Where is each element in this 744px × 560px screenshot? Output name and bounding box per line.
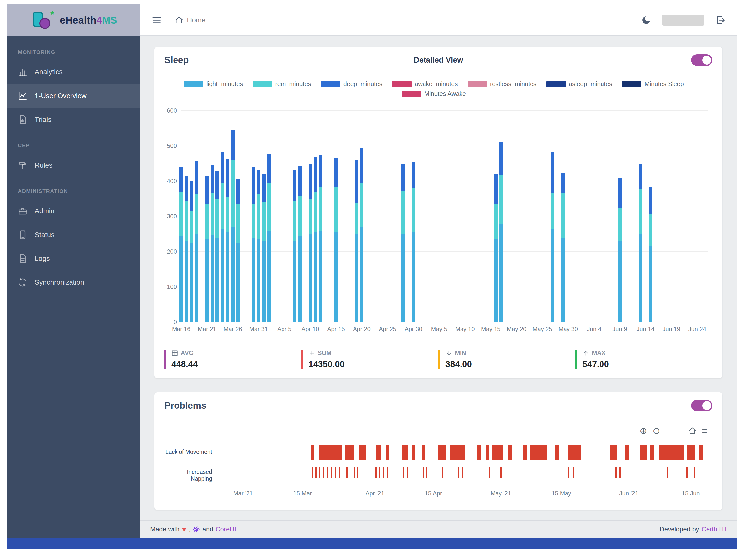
problem-interval[interactable] [640,445,647,460]
moon-icon[interactable] [641,15,651,25]
sleep-bar[interactable] [355,160,359,322]
sleep-bar[interactable] [412,162,415,322]
problem-tick[interactable] [489,468,490,478]
problem-tick[interactable] [387,468,388,478]
problem-interval[interactable] [699,445,703,460]
legend-item[interactable]: Minutes Sleep [622,80,684,88]
problem-tick[interactable] [616,468,617,478]
problem-tick[interactable] [335,468,336,478]
problem-interval[interactable] [402,445,408,460]
sidebar-item-synchronization[interactable]: Synchronization [7,270,140,294]
problem-tick[interactable] [458,468,459,478]
sleep-bar[interactable] [195,161,198,322]
problem-tick[interactable] [327,468,328,478]
problem-interval[interactable] [421,445,425,460]
problem-tick[interactable] [357,468,358,478]
sleep-bar[interactable] [293,170,296,322]
sleep-bar[interactable] [267,154,270,322]
sleep-bar[interactable] [221,152,224,322]
sleep-bar[interactable] [226,159,229,322]
legend-item[interactable]: awake_minutes [392,80,458,88]
coreui-link[interactable]: CoreUI [216,525,236,533]
problem-interval[interactable] [687,445,695,460]
legend-item[interactable]: light_minutes [184,80,243,88]
sleep-bar[interactable] [308,163,312,322]
problem-interval[interactable] [486,445,489,460]
problem-interval[interactable] [376,445,381,460]
legend-item[interactable]: restless_minutes [468,80,537,88]
problem-tick[interactable] [375,468,377,478]
problem-tick[interactable] [500,468,502,478]
sleep-bar[interactable] [236,180,240,322]
sidebar-item-status[interactable]: Status [7,223,140,247]
problem-interval[interactable] [386,445,389,460]
problem-tick[interactable] [354,468,355,478]
problem-interval[interactable] [438,445,446,460]
problem-tick[interactable] [323,468,325,478]
problem-interval[interactable] [530,445,547,460]
problem-tick[interactable] [403,468,404,478]
sleep-bar[interactable] [401,164,405,322]
sleep-bar[interactable] [298,166,302,322]
sleep-bar[interactable] [313,157,317,322]
sleep-bar[interactable] [190,181,193,322]
reset-home-icon[interactable] [689,427,696,435]
problem-tick[interactable] [383,468,384,478]
problem-interval[interactable] [610,445,617,460]
problem-interval[interactable] [555,445,559,460]
sleep-bar[interactable] [551,152,554,322]
legend-item[interactable]: deep_minutes [321,80,382,88]
problem-interval[interactable] [568,445,581,460]
problems-toggle[interactable] [691,400,712,411]
logout-icon[interactable] [715,15,726,25]
sleep-bar[interactable] [649,187,653,322]
problem-tick[interactable] [422,468,424,478]
problem-tick[interactable] [331,468,332,478]
problem-interval[interactable] [508,445,512,460]
problem-tick[interactable] [407,468,408,478]
sleep-bar[interactable] [499,142,503,322]
menu-icon[interactable]: ≡ [702,426,707,436]
problem-tick[interactable] [686,468,687,478]
problem-tick[interactable] [667,468,668,478]
sleep-toggle[interactable] [691,54,712,66]
sidebar-item-trials[interactable]: Trials [7,108,140,132]
sleep-bar[interactable] [494,174,498,322]
problem-interval[interactable] [319,445,342,460]
problem-interval[interactable] [477,445,481,460]
problem-tick[interactable] [462,468,463,478]
problem-tick[interactable] [442,468,443,478]
sleep-bar[interactable] [262,174,266,322]
problem-interval[interactable] [450,445,465,460]
problem-interval[interactable] [359,445,366,460]
sleep-bar[interactable] [205,176,209,322]
sidebar-item-analytics[interactable]: Analytics [7,60,140,84]
zoom-out-icon[interactable]: ⊖ [653,426,660,436]
zoom-in-icon[interactable]: ⊕ [640,426,647,436]
problem-tick[interactable] [311,468,313,478]
sidebar-item-rules[interactable]: Rules [7,153,140,177]
problem-tick[interactable] [568,468,569,478]
problem-tick[interactable] [315,468,317,478]
problem-interval[interactable] [650,445,655,460]
breadcrumb[interactable]: Home [175,16,206,24]
sleep-bar[interactable] [180,167,183,322]
legend-item[interactable]: rem_minutes [253,80,311,88]
sleep-bar[interactable] [360,148,364,322]
problem-tick[interactable] [694,468,695,478]
problem-tick[interactable] [379,468,380,478]
problem-interval[interactable] [310,445,314,460]
problem-interval[interactable] [625,445,629,460]
sleep-bar[interactable] [252,167,255,322]
problem-interval[interactable] [523,445,526,460]
problem-interval[interactable] [659,445,684,460]
sleep-bar[interactable] [334,158,338,322]
problem-tick[interactable] [339,468,340,478]
sidebar-item-admin[interactable]: Admin [7,199,140,223]
problem-tick[interactable] [319,468,321,478]
problem-tick[interactable] [573,468,574,478]
problem-tick[interactable] [346,468,347,478]
sleep-bar[interactable] [257,170,260,322]
sleep-bar[interactable] [185,176,188,322]
problem-interval[interactable] [412,445,415,460]
